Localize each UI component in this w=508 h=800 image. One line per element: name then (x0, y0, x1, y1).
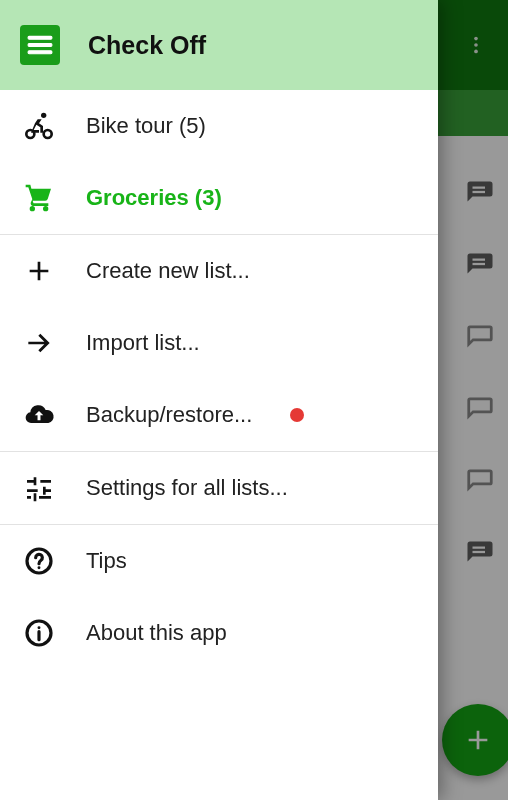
settings-all-lists-button[interactable]: Settings for all lists... (0, 452, 438, 524)
sliders-icon (22, 471, 56, 505)
menu-label: Tips (86, 548, 127, 574)
navigation-drawer: Check Off Bike tour (5) Groceries (3) Cr… (0, 0, 438, 800)
create-list-button[interactable]: Create new list... (0, 235, 438, 307)
info-icon (22, 616, 56, 650)
svg-point-19 (38, 626, 41, 629)
tips-button[interactable]: Tips (0, 525, 438, 597)
arrow-right-icon (22, 326, 56, 360)
menu-label: Settings for all lists... (86, 475, 288, 501)
list-item-label: Groceries (3) (86, 185, 222, 211)
menu-label: Create new list... (86, 258, 250, 284)
backup-restore-button[interactable]: Backup/restore... (0, 379, 438, 451)
plus-icon (22, 254, 56, 288)
about-button[interactable]: About this app (0, 597, 438, 669)
svg-rect-11 (28, 51, 52, 54)
drawer-header: Check Off (0, 0, 438, 90)
list-item-label: Bike tour (5) (86, 113, 206, 139)
cyclist-icon (22, 109, 56, 143)
svg-point-16 (38, 566, 41, 569)
svg-point-14 (44, 130, 52, 138)
cart-icon (22, 181, 56, 215)
menu-label: Import list... (86, 330, 200, 356)
menu-label: Backup/restore... (86, 402, 252, 428)
alert-dot-icon (290, 408, 304, 422)
import-list-button[interactable]: Import list... (0, 307, 438, 379)
list-item-bike-tour[interactable]: Bike tour (5) (0, 90, 438, 162)
svg-point-13 (26, 130, 34, 138)
svg-rect-9 (28, 36, 52, 39)
hamburger-button[interactable] (20, 25, 60, 65)
menu-label: About this app (86, 620, 227, 646)
hamburger-icon (27, 35, 53, 55)
app-title: Check Off (88, 31, 206, 60)
svg-rect-10 (28, 44, 52, 47)
svg-point-12 (41, 113, 46, 118)
cloud-upload-icon (22, 398, 56, 432)
help-icon (22, 544, 56, 578)
list-item-groceries[interactable]: Groceries (3) (0, 162, 438, 234)
